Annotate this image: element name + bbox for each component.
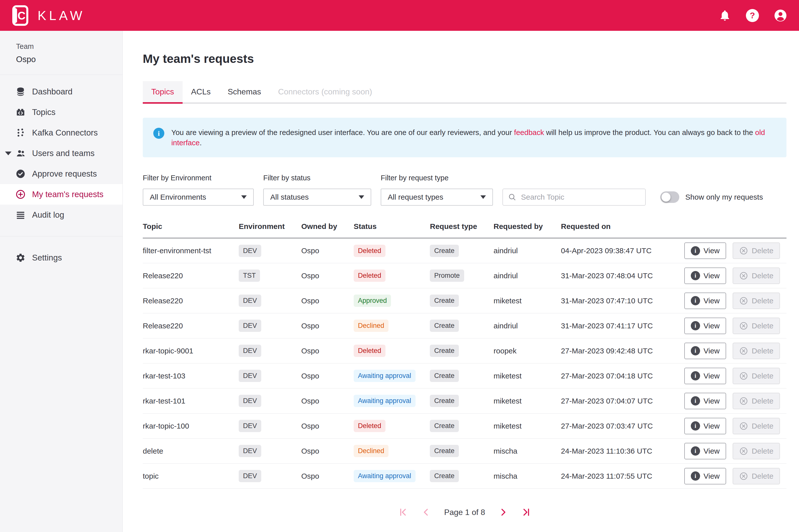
cross-circle-icon [739, 446, 748, 456]
view-button[interactable]: i View [684, 267, 726, 284]
request-type-cell: Create [430, 338, 493, 363]
delete-button[interactable]: Delete [733, 292, 780, 309]
sidebar-item-label: Users and teams [32, 149, 94, 158]
gear-icon [16, 253, 25, 263]
connector-dots-icon [16, 128, 25, 138]
table-row: rkar-topic-100 DEV Ospo Deleted Create m… [143, 414, 786, 439]
table-row: filter-environment-tst DEV Ospo Deleted … [143, 238, 786, 263]
table-row: topic DEV Ospo Awaiting approval Create … [143, 463, 786, 489]
actions-cell: i View Delete [684, 338, 786, 363]
info-icon: i [691, 471, 700, 481]
environment-cell: DEV [239, 338, 301, 363]
banner-text: You are viewing a preview of the redesig… [171, 127, 776, 148]
owned-by-cell: Ospo [301, 338, 354, 363]
requested-on-cell: 27-Mar-2023 07:03:47 UTC [561, 414, 684, 439]
klaw-logo-icon: C [12, 5, 28, 26]
status-select[interactable]: All statuses [263, 189, 371, 206]
view-button[interactable]: i View [684, 292, 726, 309]
view-button[interactable]: i View [684, 443, 726, 459]
view-button[interactable]: i View [684, 368, 726, 384]
request-type-badge: Promote [430, 269, 464, 282]
delete-button[interactable]: Delete [733, 393, 780, 409]
view-button[interactable]: i View [684, 243, 726, 259]
actions-cell: i View Delete [684, 363, 786, 388]
sidebar-item-settings[interactable]: Settings [0, 247, 122, 268]
code-brick-icon [16, 107, 25, 117]
topic-cell: rkar-test-103 [143, 363, 239, 388]
col-actions [684, 222, 786, 238]
cross-circle-icon [739, 397, 748, 405]
owned-by-cell: Ospo [301, 363, 354, 388]
environment-cell: DEV [239, 363, 301, 388]
requested-by-cell: miketest [494, 414, 561, 439]
requested-on-cell: 24-Mar-2023 11:07:55 UTC [561, 463, 684, 489]
topic-cell: topic [143, 463, 239, 489]
request-type-select[interactable]: All request types [381, 189, 493, 206]
view-button[interactable]: i View [684, 343, 726, 359]
request-type-badge: Create [430, 370, 459, 382]
sidebar-item-my-teams-requests[interactable]: My team's requests [0, 184, 122, 205]
sidebar-item-kafka-connectors[interactable]: Kafka Connectors [0, 122, 122, 143]
tab-acls[interactable]: ACLs [183, 81, 219, 102]
delete-button[interactable]: Delete [733, 468, 780, 484]
topic-cell: Release220 [143, 314, 239, 338]
team-label: Team [16, 42, 116, 51]
view-button[interactable]: i View [684, 393, 726, 409]
sidebar-item-label: Settings [32, 253, 62, 263]
list-icon [16, 210, 25, 220]
tab-connectors: Connectors (coming soon) [269, 81, 380, 102]
request-type-cell: Create [430, 414, 493, 439]
last-page-button[interactable] [521, 507, 531, 517]
request-type-badge: Create [430, 470, 459, 482]
delete-button[interactable]: Delete [733, 443, 780, 459]
owned-by-cell: Ospo [301, 439, 354, 463]
view-button[interactable]: i View [684, 418, 726, 434]
environment-select[interactable]: All Environments [143, 189, 254, 206]
info-icon: i [691, 346, 700, 356]
sidebar-item-approve-requests[interactable]: Approve requests [0, 164, 122, 184]
help-icon[interactable]: ? [746, 9, 759, 22]
request-type-badge: Create [430, 320, 459, 332]
tab-schemas[interactable]: Schemas [219, 81, 269, 102]
request-type-cell: Create [430, 238, 493, 263]
delete-button[interactable]: Delete [733, 267, 780, 284]
check-circle-icon [16, 169, 25, 179]
sidebar-item-users-and-teams[interactable]: Users and teams [0, 143, 122, 164]
profile-icon[interactable] [774, 9, 787, 22]
next-page-button[interactable] [498, 507, 508, 517]
search-input[interactable] [520, 193, 640, 202]
col-environment: Environment [239, 222, 301, 238]
delete-button[interactable]: Delete [733, 418, 780, 434]
cross-circle-icon [739, 271, 748, 280]
delete-button[interactable]: Delete [733, 368, 780, 384]
delete-button[interactable]: Delete [733, 243, 780, 259]
requested-by-cell: mischa [494, 439, 561, 463]
status-badge: Approved [354, 294, 391, 307]
requested-by-cell: aindriul [494, 314, 561, 338]
plus-circle-icon [16, 189, 25, 200]
show-only-my-requests-toggle[interactable] [660, 191, 679, 203]
first-page-button[interactable] [398, 507, 408, 517]
team-name: Ospo [16, 55, 116, 64]
sidebar-item-audit-log[interactable]: Audit log [0, 205, 122, 225]
view-button[interactable]: i View [684, 318, 726, 334]
notifications-icon[interactable] [719, 10, 731, 21]
owned-by-cell: Ospo [301, 388, 354, 414]
status-badge: Deleted [354, 269, 385, 282]
sidebar-item-dashboard[interactable]: Dashboard [0, 81, 122, 102]
requests-table-body: filter-environment-tst DEV Ospo Deleted … [143, 238, 786, 489]
view-button[interactable]: i View [684, 468, 726, 484]
tab-topics[interactable]: Topics [143, 81, 183, 102]
delete-button[interactable]: Delete [733, 318, 780, 334]
table-row: rkar-test-101 DEV Ospo Awaiting approval… [143, 388, 786, 414]
delete-button[interactable]: Delete [733, 343, 780, 359]
actions-cell: i View Delete [684, 463, 786, 489]
sidebar-item-topics[interactable]: Topics [0, 102, 122, 122]
previous-page-button[interactable] [421, 507, 431, 517]
database-icon [16, 87, 25, 97]
actions-cell: i View Delete [684, 238, 786, 263]
klaw-logo[interactable]: C KLAW [12, 5, 85, 26]
requested-on-cell: 31-Mar-2023 07:41:17 UTC [561, 314, 684, 338]
feedback-link[interactable]: feedback [514, 128, 544, 136]
environment-badge: DEV [239, 370, 261, 382]
